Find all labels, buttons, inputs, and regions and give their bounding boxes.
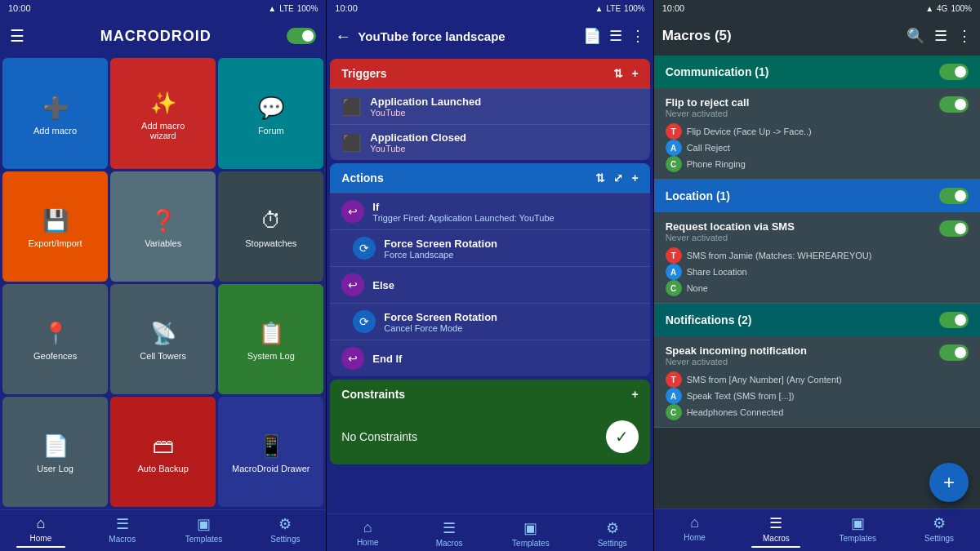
triggers-section: Triggers ⇅ + ⬛ Application Launched YouT… (330, 59, 649, 160)
grid-label-add-wizard: Add macro wizard (141, 121, 185, 140)
action-endif[interactable]: ↩ End If (330, 340, 649, 376)
signal-icon: LTE (279, 4, 294, 13)
action-rotation2[interactable]: ⟳ Force Screen Rotation Cancel Force Mod… (330, 303, 649, 340)
me-badge: C (666, 156, 682, 172)
add-action-icon[interactable]: + (631, 171, 638, 184)
grid-item-system-log[interactable]: 📋 System Log (218, 284, 323, 394)
expand-icon[interactable]: ⤢ (613, 171, 623, 184)
macro-toggle-0-0[interactable] (939, 96, 969, 113)
me-action-text: None (687, 283, 708, 293)
nav-icon-templates: ▣ (197, 515, 211, 533)
grid-icon-geofences: 📍 (42, 321, 69, 346)
grid-label-cell-towers: Cell Towers (140, 351, 186, 361)
grid-item-export-import[interactable]: 💾 Export/Import (2, 171, 108, 282)
grid-item-stopwatches[interactable]: ⏱ Stopwatches (218, 171, 323, 282)
nav-underline (751, 546, 800, 548)
fab-add-button[interactable]: + (929, 463, 969, 502)
grid-item-geofences[interactable]: 📍 Geofences (2, 284, 108, 394)
macro-sub-0-0: Never activated (666, 109, 750, 118)
category-toggle-1[interactable] (939, 188, 969, 204)
macro-content: Triggers ⇅ + ⬛ Application Launched YouT… (327, 56, 653, 513)
signal-icon-2: LTE (606, 4, 621, 13)
me-action-text: Call Reject (687, 143, 730, 153)
category-toggle-2[interactable] (939, 312, 969, 328)
grid-icon-export-import: 💾 (42, 208, 69, 233)
app-title: MACRODROID (100, 28, 212, 45)
me-action-row: C None (666, 280, 969, 296)
trigger-text-1: Application Launched (370, 96, 481, 108)
macro-toggle-1-0[interactable] (939, 220, 969, 237)
grid-item-macrodroid-drawer[interactable]: 📱 MacroDroid Drawer (218, 397, 323, 507)
back-icon[interactable]: ← (335, 27, 351, 46)
grid-item-user-log[interactable]: 📄 User Log (2, 397, 108, 507)
macro-entry-2-0[interactable]: Speak incoming notification Never activa… (654, 336, 980, 428)
nav-p1-home[interactable]: ⌂ Home (0, 515, 82, 548)
me-action-text: Flip Device (Face Up -> Face..) (687, 127, 812, 136)
category-toggle-0[interactable] (939, 64, 969, 80)
sort-icon[interactable]: ⇅ (613, 67, 623, 80)
action-sub-if: Trigger Fired: Application Launched: You… (372, 213, 554, 223)
category-2[interactable]: Notifications (2) (654, 304, 980, 336)
list-view-icon[interactable]: ☰ (934, 27, 947, 45)
time-1: 10:00 (8, 3, 31, 13)
doc-icon[interactable]: 📄 (583, 27, 601, 45)
no-constraints-text: No Constraints (341, 430, 417, 443)
nav-p2-settings[interactable]: ⚙ Settings (572, 519, 653, 548)
macros-list-title: Macros (5) (662, 28, 900, 44)
grid-item-forum[interactable]: 💬 Forum (218, 58, 323, 169)
action-text-if: If (372, 201, 554, 213)
battery-icon-3: 100% (951, 4, 972, 13)
nav-icon-home: ⌂ (363, 519, 372, 536)
nav-label-home: Home (30, 534, 52, 543)
nav-p3-macros[interactable]: ☰ Macros (735, 514, 817, 548)
add-trigger-icon[interactable]: + (631, 67, 638, 80)
sort-actions-icon[interactable]: ⇅ (595, 171, 605, 184)
time-2: 10:00 (335, 3, 358, 13)
me-badge: A (666, 264, 682, 280)
nav-icon-macros: ☰ (116, 515, 129, 533)
macro-toggle-2-0[interactable] (939, 344, 969, 361)
grid-item-add-macro[interactable]: ➕ Add macro (2, 58, 108, 169)
hamburger-icon[interactable]: ☰ (10, 26, 24, 46)
action-sub-rot1: Force Landscape (384, 250, 497, 260)
more-options-icon[interactable]: ⋮ (957, 27, 972, 45)
grid-item-add-wizard[interactable]: ✨ Add macro wizard (110, 58, 216, 169)
nav-p1-macros[interactable]: ☰ Macros (82, 515, 163, 548)
panel-macros-list: 10:00 ▲ 4G 100% Macros (5) 🔍 ☰ ⋮ Communi… (654, 0, 980, 551)
nav-label-templates: Templates (839, 534, 876, 543)
action-rotation1[interactable]: ⟳ Force Screen Rotation Force Landscape (330, 229, 649, 266)
grid-item-variables[interactable]: ❓ Variables (110, 171, 216, 282)
search-icon[interactable]: 🔍 (906, 27, 924, 45)
home-grid: ➕ Add macro✨ Add macro wizard💬 Forum💾 Ex… (0, 56, 326, 509)
grid-item-auto-backup[interactable]: 🗃 Auto Backup (110, 397, 216, 507)
macro-entry-0-0[interactable]: Flip to reject call Never activated T Fl… (654, 88, 980, 180)
trigger-item-2[interactable]: ⬛ Application Closed YouTube (330, 124, 649, 160)
nav-p3-home[interactable]: ⌂ Home (654, 514, 736, 548)
nav-p2-home[interactable]: ⌂ Home (327, 519, 408, 548)
add-constraint-icon[interactable]: + (631, 388, 638, 401)
me-action-row: A Call Reject (666, 140, 969, 156)
category-1[interactable]: Location (1) (654, 180, 980, 212)
grid-item-cell-towers[interactable]: 📡 Cell Towers (110, 284, 216, 394)
nav-p3-templates[interactable]: ▣ Templates (817, 514, 898, 548)
macros-list-content: Communication (1) Flip to reject call Ne… (654, 56, 980, 509)
nav-label-settings: Settings (270, 535, 300, 544)
more-icon[interactable]: ⋮ (630, 27, 645, 45)
macro-entry-1-0[interactable]: Request location via SMS Never activated… (654, 212, 980, 304)
main-toggle[interactable] (287, 28, 316, 44)
action-else[interactable]: ↩ Else (330, 266, 649, 303)
list-icon[interactable]: ☰ (609, 27, 622, 45)
status-bar-1: 10:00 ▲ LTE 100% (0, 0, 326, 16)
category-name-2: Notifications (2) (666, 313, 752, 327)
nav-p3-settings[interactable]: ⚙ Settings (898, 514, 980, 548)
category-0[interactable]: Communication (1) (654, 56, 980, 88)
me-action-text: SMS from Jamie (Matches: WHEREAREYOU) (687, 251, 872, 260)
macro-title-1-0: Request location via SMS (666, 220, 795, 233)
macros-list-wrapper: Communication (1) Flip to reject call Ne… (654, 56, 980, 551)
nav-p2-templates[interactable]: ▣ Templates (490, 519, 572, 548)
nav-p1-settings[interactable]: ⚙ Settings (244, 515, 326, 548)
nav-p1-templates[interactable]: ▣ Templates (163, 515, 245, 548)
action-if[interactable]: ↩ If Trigger Fired: Application Launched… (330, 193, 649, 229)
nav-p2-macros[interactable]: ☰ Macros (408, 519, 490, 548)
trigger-item-1[interactable]: ⬛ Application Launched YouTube (330, 88, 649, 124)
